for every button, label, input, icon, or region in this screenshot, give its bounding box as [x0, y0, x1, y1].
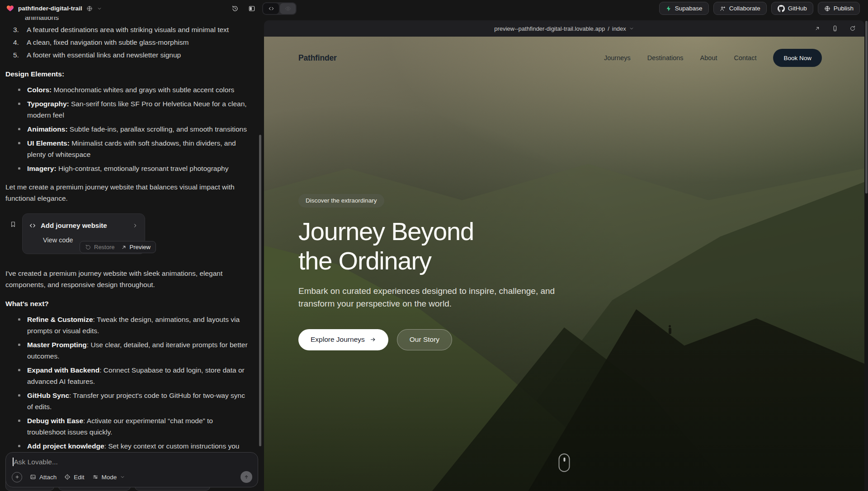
add-button[interactable]: [12, 472, 22, 482]
image-icon: [30, 474, 36, 480]
list-item: GitHub Sync: Transfer your project's cod…: [5, 390, 257, 412]
arrow-up-right-icon: [814, 25, 821, 32]
arrow-up-icon: [243, 474, 250, 480]
open-external-button[interactable]: [812, 24, 822, 33]
bookmark-button[interactable]: [9, 221, 17, 228]
hero-section: Discover the extraordinary Journey Beyon…: [298, 194, 588, 350]
url-separator: /: [608, 25, 609, 32]
preview-page: index: [612, 25, 626, 32]
list-text: A featured destinations area with striki…: [27, 24, 229, 35]
history-button[interactable]: [229, 2, 241, 15]
restore-icon: [85, 244, 91, 250]
result-paragraph: I've created a premium journey website w…: [5, 268, 243, 290]
code-view-button[interactable]: [263, 3, 279, 14]
list-item: Master Prompting: Use clear, detailed, a…: [5, 339, 257, 362]
chevron-down-icon: [120, 474, 125, 480]
hero-badge: Discover the extraordinary: [298, 194, 384, 208]
edit-button[interactable]: Edit: [64, 474, 84, 481]
intro-paragraph: Let me create a premium journey website …: [5, 181, 243, 204]
list-item: Typography: San-serif fonts like SF Pro …: [5, 98, 257, 121]
collaborate-button[interactable]: Collaborate: [713, 2, 767, 15]
topbar: pathfinder-digital-trail: [0, 0, 868, 17]
restore-button[interactable]: Restore: [85, 241, 115, 253]
supabase-button[interactable]: Supabase: [659, 2, 709, 15]
refresh-icon: [849, 25, 856, 32]
hero-subtext: Embark on curated experiences designed t…: [298, 285, 560, 310]
chat-input[interactable]: Ask Lovable... Attach: [5, 452, 258, 487]
refresh-button[interactable]: [848, 24, 858, 33]
scroll-indicator-icon: [559, 453, 570, 472]
sliders-icon: [92, 474, 99, 480]
numbered-item: 5. A footer with essential links and new…: [5, 49, 257, 61]
chat-messages: animations 3. A featured destinations ar…: [5, 17, 257, 491]
whats-next-heading: What's next?: [5, 298, 257, 309]
chevron-down-icon[interactable]: [97, 6, 102, 11]
site-nav-links: Journeys Destinations About Contact: [604, 54, 757, 61]
sidebar-toggle-button[interactable]: [245, 2, 258, 15]
code-preview-toggle[interactable]: [262, 2, 297, 15]
preview-url: preview--pathfinder-digital-trail.lovabl…: [494, 25, 605, 32]
list-text: A footer with essential links and newsle…: [27, 49, 181, 61]
arrow-right-icon: [370, 336, 376, 343]
list-item: Expand with Backend: Connect Supabase to…: [5, 364, 257, 387]
history-icon: [231, 5, 239, 12]
bookmark-icon: [9, 221, 17, 228]
collaborate-label: Collaborate: [729, 5, 760, 12]
list-item: Debug with Ease: Activate our experiment…: [5, 415, 257, 438]
list-item: Imagery: High-contrast, emotionally reso…: [5, 163, 257, 174]
publish-label: Publish: [834, 5, 854, 12]
list-item: UI Elements: Minimalist cards with soft …: [5, 137, 257, 160]
nav-link-contact[interactable]: Contact: [734, 54, 756, 61]
page-scrollbar[interactable]: [865, 21, 868, 194]
send-button[interactable]: [241, 471, 252, 483]
chevron-right-icon: [132, 222, 138, 229]
chat-panel: animations 3. A featured destinations ar…: [0, 17, 264, 491]
hero-heading: Journey Beyond the Ordinary: [298, 217, 588, 276]
code-icon: [29, 222, 36, 229]
preview-button[interactable]: Preview: [121, 241, 151, 253]
artifact-actions: Restore Preview: [80, 241, 156, 253]
view-code-link[interactable]: View code: [43, 235, 73, 246]
chat-scrollbar[interactable]: [259, 135, 261, 446]
clipped-line: animations: [5, 17, 257, 23]
list-item: Colors: Monochromatic whites and grays w…: [5, 84, 257, 95]
github-button[interactable]: GitHub: [771, 2, 813, 15]
github-icon: [778, 5, 785, 12]
preview-view-button[interactable]: [280, 3, 296, 14]
hiker-figure: [668, 325, 672, 334]
explore-journeys-button[interactable]: Explore Journeys: [298, 329, 388, 350]
list-item: Refine & Customize: Tweak the design, an…: [5, 314, 257, 336]
numbered-item: 3. A featured destinations area with str…: [5, 24, 257, 35]
numbered-item: 4. A clean, fixed navigation with subtle…: [5, 37, 257, 48]
artifact-row: Add journey website View code Restore: [5, 213, 257, 254]
preview-url-selector[interactable]: preview--pathfinder-digital-trail.lovabl…: [494, 25, 634, 32]
publish-button[interactable]: Publish: [818, 2, 860, 15]
design-elements-list: Colors: Monochromatic whites and grays w…: [5, 84, 257, 174]
nav-link-about[interactable]: About: [700, 54, 717, 61]
eye-icon: [285, 5, 291, 12]
site-preview: Pathfinder Journeys Destinations About C…: [264, 37, 864, 491]
attach-button[interactable]: Attach: [30, 474, 57, 481]
site-navbar: Pathfinder Journeys Destinations About C…: [264, 37, 864, 79]
device-toggle-button[interactable]: [830, 24, 840, 33]
project-name: pathfinder-digital-trail: [18, 5, 82, 12]
nav-link-journeys[interactable]: Journeys: [604, 54, 631, 61]
nav-link-destinations[interactable]: Destinations: [647, 54, 684, 61]
list-number: 3.: [13, 24, 23, 35]
supabase-label: Supabase: [675, 5, 703, 12]
mode-selector[interactable]: Mode: [92, 474, 126, 481]
preview-panel: preview--pathfinder-digital-trail.lovabl…: [264, 20, 864, 491]
topbar-actions: Supabase Collaborate GitHub Publish: [659, 2, 860, 15]
artifact-card[interactable]: Add journey website View code Restore: [22, 213, 145, 254]
plus-icon: [14, 474, 20, 480]
published-globe-icon: [86, 5, 93, 12]
our-story-button[interactable]: Our Story: [397, 329, 452, 350]
book-now-button[interactable]: Book Now: [773, 49, 822, 67]
code-icon: [268, 5, 274, 12]
composer-toolbar: Attach Edit Mode: [12, 471, 252, 483]
project-menu[interactable]: pathfinder-digital-trail: [6, 0, 102, 17]
list-item: Animations: Subtle fade-ins, parallax sc…: [5, 123, 257, 135]
globe-icon: [824, 5, 830, 12]
people-icon: [720, 5, 726, 12]
site-logo[interactable]: Pathfinder: [298, 53, 337, 63]
